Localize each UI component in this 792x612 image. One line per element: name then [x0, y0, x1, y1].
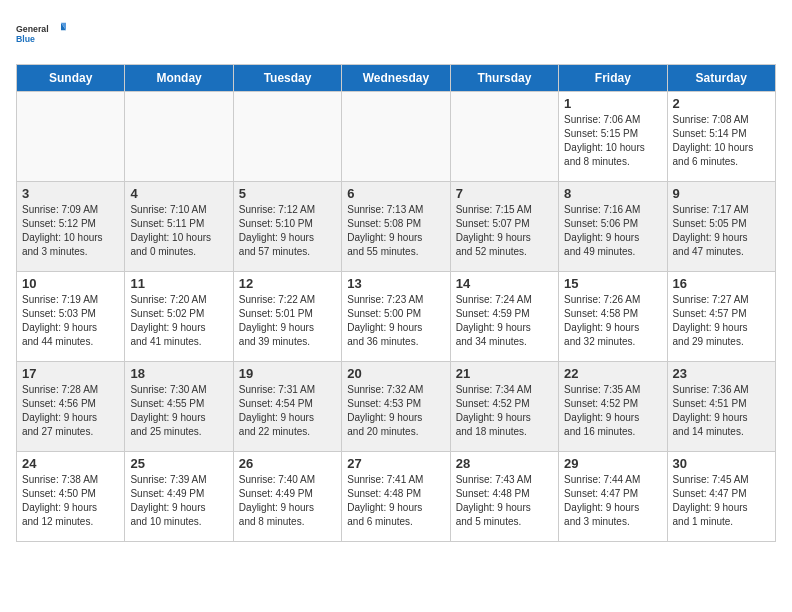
weekday-header-row: SundayMondayTuesdayWednesdayThursdayFrid… — [17, 65, 776, 92]
day-number: 5 — [239, 186, 336, 201]
calendar-cell: 6Sunrise: 7:13 AM Sunset: 5:08 PM Daylig… — [342, 182, 450, 272]
day-number: 3 — [22, 186, 119, 201]
day-info: Sunrise: 7:10 AM Sunset: 5:11 PM Dayligh… — [130, 203, 227, 259]
day-number: 12 — [239, 276, 336, 291]
calendar-cell: 25Sunrise: 7:39 AM Sunset: 4:49 PM Dayli… — [125, 452, 233, 542]
svg-text:General: General — [16, 24, 49, 34]
day-number: 25 — [130, 456, 227, 471]
calendar-cell: 15Sunrise: 7:26 AM Sunset: 4:58 PM Dayli… — [559, 272, 667, 362]
weekday-header-thursday: Thursday — [450, 65, 558, 92]
day-info: Sunrise: 7:20 AM Sunset: 5:02 PM Dayligh… — [130, 293, 227, 349]
day-number: 6 — [347, 186, 444, 201]
calendar-table: SundayMondayTuesdayWednesdayThursdayFrid… — [16, 64, 776, 542]
day-number: 11 — [130, 276, 227, 291]
calendar-cell: 18Sunrise: 7:30 AM Sunset: 4:55 PM Dayli… — [125, 362, 233, 452]
weekday-header-wednesday: Wednesday — [342, 65, 450, 92]
day-info: Sunrise: 7:34 AM Sunset: 4:52 PM Dayligh… — [456, 383, 553, 439]
day-info: Sunrise: 7:09 AM Sunset: 5:12 PM Dayligh… — [22, 203, 119, 259]
day-number: 20 — [347, 366, 444, 381]
day-number: 27 — [347, 456, 444, 471]
day-info: Sunrise: 7:41 AM Sunset: 4:48 PM Dayligh… — [347, 473, 444, 529]
day-info: Sunrise: 7:23 AM Sunset: 5:00 PM Dayligh… — [347, 293, 444, 349]
weekday-header-sunday: Sunday — [17, 65, 125, 92]
day-info: Sunrise: 7:45 AM Sunset: 4:47 PM Dayligh… — [673, 473, 770, 529]
day-number: 29 — [564, 456, 661, 471]
week-row-0: 1Sunrise: 7:06 AM Sunset: 5:15 PM Daylig… — [17, 92, 776, 182]
calendar-cell: 28Sunrise: 7:43 AM Sunset: 4:48 PM Dayli… — [450, 452, 558, 542]
calendar-cell: 17Sunrise: 7:28 AM Sunset: 4:56 PM Dayli… — [17, 362, 125, 452]
calendar-cell: 26Sunrise: 7:40 AM Sunset: 4:49 PM Dayli… — [233, 452, 341, 542]
calendar-cell: 10Sunrise: 7:19 AM Sunset: 5:03 PM Dayli… — [17, 272, 125, 362]
day-info: Sunrise: 7:31 AM Sunset: 4:54 PM Dayligh… — [239, 383, 336, 439]
week-row-2: 10Sunrise: 7:19 AM Sunset: 5:03 PM Dayli… — [17, 272, 776, 362]
day-info: Sunrise: 7:39 AM Sunset: 4:49 PM Dayligh… — [130, 473, 227, 529]
week-row-4: 24Sunrise: 7:38 AM Sunset: 4:50 PM Dayli… — [17, 452, 776, 542]
weekday-header-tuesday: Tuesday — [233, 65, 341, 92]
calendar-cell: 3Sunrise: 7:09 AM Sunset: 5:12 PM Daylig… — [17, 182, 125, 272]
calendar-cell: 27Sunrise: 7:41 AM Sunset: 4:48 PM Dayli… — [342, 452, 450, 542]
calendar-cell: 24Sunrise: 7:38 AM Sunset: 4:50 PM Dayli… — [17, 452, 125, 542]
day-info: Sunrise: 7:35 AM Sunset: 4:52 PM Dayligh… — [564, 383, 661, 439]
week-row-3: 17Sunrise: 7:28 AM Sunset: 4:56 PM Dayli… — [17, 362, 776, 452]
logo: General Blue — [16, 16, 66, 52]
day-info: Sunrise: 7:16 AM Sunset: 5:06 PM Dayligh… — [564, 203, 661, 259]
day-number: 1 — [564, 96, 661, 111]
calendar-cell: 29Sunrise: 7:44 AM Sunset: 4:47 PM Dayli… — [559, 452, 667, 542]
day-number: 10 — [22, 276, 119, 291]
day-number: 13 — [347, 276, 444, 291]
day-number: 17 — [22, 366, 119, 381]
calendar-cell — [17, 92, 125, 182]
day-number: 7 — [456, 186, 553, 201]
day-info: Sunrise: 7:13 AM Sunset: 5:08 PM Dayligh… — [347, 203, 444, 259]
day-info: Sunrise: 7:17 AM Sunset: 5:05 PM Dayligh… — [673, 203, 770, 259]
day-number: 2 — [673, 96, 770, 111]
day-number: 28 — [456, 456, 553, 471]
calendar-cell: 20Sunrise: 7:32 AM Sunset: 4:53 PM Dayli… — [342, 362, 450, 452]
calendar-cell: 23Sunrise: 7:36 AM Sunset: 4:51 PM Dayli… — [667, 362, 775, 452]
weekday-header-monday: Monday — [125, 65, 233, 92]
calendar-cell: 1Sunrise: 7:06 AM Sunset: 5:15 PM Daylig… — [559, 92, 667, 182]
day-number: 19 — [239, 366, 336, 381]
day-info: Sunrise: 7:27 AM Sunset: 4:57 PM Dayligh… — [673, 293, 770, 349]
calendar-cell: 11Sunrise: 7:20 AM Sunset: 5:02 PM Dayli… — [125, 272, 233, 362]
day-info: Sunrise: 7:22 AM Sunset: 5:01 PM Dayligh… — [239, 293, 336, 349]
calendar-cell: 13Sunrise: 7:23 AM Sunset: 5:00 PM Dayli… — [342, 272, 450, 362]
day-info: Sunrise: 7:43 AM Sunset: 4:48 PM Dayligh… — [456, 473, 553, 529]
weekday-header-saturday: Saturday — [667, 65, 775, 92]
day-info: Sunrise: 7:44 AM Sunset: 4:47 PM Dayligh… — [564, 473, 661, 529]
day-info: Sunrise: 7:28 AM Sunset: 4:56 PM Dayligh… — [22, 383, 119, 439]
day-info: Sunrise: 7:24 AM Sunset: 4:59 PM Dayligh… — [456, 293, 553, 349]
calendar-cell: 9Sunrise: 7:17 AM Sunset: 5:05 PM Daylig… — [667, 182, 775, 272]
calendar-cell: 21Sunrise: 7:34 AM Sunset: 4:52 PM Dayli… — [450, 362, 558, 452]
day-info: Sunrise: 7:40 AM Sunset: 4:49 PM Dayligh… — [239, 473, 336, 529]
day-number: 30 — [673, 456, 770, 471]
calendar-cell: 5Sunrise: 7:12 AM Sunset: 5:10 PM Daylig… — [233, 182, 341, 272]
day-number: 4 — [130, 186, 227, 201]
weekday-header-friday: Friday — [559, 65, 667, 92]
day-number: 9 — [673, 186, 770, 201]
day-number: 23 — [673, 366, 770, 381]
day-info: Sunrise: 7:08 AM Sunset: 5:14 PM Dayligh… — [673, 113, 770, 169]
day-info: Sunrise: 7:36 AM Sunset: 4:51 PM Dayligh… — [673, 383, 770, 439]
calendar-cell: 2Sunrise: 7:08 AM Sunset: 5:14 PM Daylig… — [667, 92, 775, 182]
day-info: Sunrise: 7:30 AM Sunset: 4:55 PM Dayligh… — [130, 383, 227, 439]
calendar-cell: 30Sunrise: 7:45 AM Sunset: 4:47 PM Dayli… — [667, 452, 775, 542]
header: General Blue — [16, 16, 776, 52]
day-number: 26 — [239, 456, 336, 471]
calendar-cell — [233, 92, 341, 182]
svg-text:Blue: Blue — [16, 34, 35, 44]
calendar-cell: 8Sunrise: 7:16 AM Sunset: 5:06 PM Daylig… — [559, 182, 667, 272]
calendar-cell: 16Sunrise: 7:27 AM Sunset: 4:57 PM Dayli… — [667, 272, 775, 362]
logo-svg: General Blue — [16, 16, 66, 52]
calendar-cell: 22Sunrise: 7:35 AM Sunset: 4:52 PM Dayli… — [559, 362, 667, 452]
calendar-cell: 19Sunrise: 7:31 AM Sunset: 4:54 PM Dayli… — [233, 362, 341, 452]
day-info: Sunrise: 7:12 AM Sunset: 5:10 PM Dayligh… — [239, 203, 336, 259]
calendar-cell: 4Sunrise: 7:10 AM Sunset: 5:11 PM Daylig… — [125, 182, 233, 272]
day-number: 15 — [564, 276, 661, 291]
calendar-cell: 12Sunrise: 7:22 AM Sunset: 5:01 PM Dayli… — [233, 272, 341, 362]
day-number: 18 — [130, 366, 227, 381]
calendar-cell: 7Sunrise: 7:15 AM Sunset: 5:07 PM Daylig… — [450, 182, 558, 272]
day-info: Sunrise: 7:19 AM Sunset: 5:03 PM Dayligh… — [22, 293, 119, 349]
calendar-cell — [450, 92, 558, 182]
day-info: Sunrise: 7:38 AM Sunset: 4:50 PM Dayligh… — [22, 473, 119, 529]
